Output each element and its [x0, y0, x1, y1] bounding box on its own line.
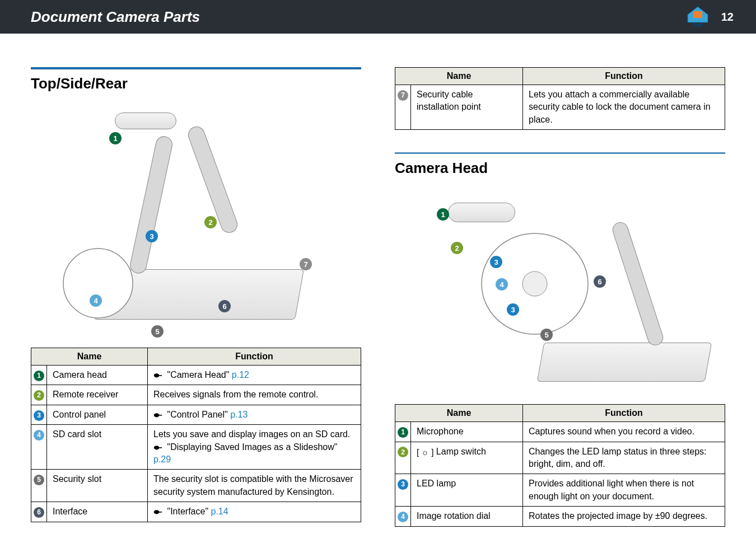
table-row: 4SD card slotLets you save and display i…: [31, 425, 361, 470]
diagram-callout-4: 4: [496, 278, 508, 291]
row-function-cell: Changes the LED lamp status in three ste…: [523, 442, 725, 474]
diagram-callout-6: 6: [594, 275, 606, 288]
row-name-cell: Interface: [47, 502, 148, 522]
row-function-cell: Lets you save and display images on an S…: [148, 425, 361, 470]
row-function-cell: Receives signals from the remote control…: [148, 385, 361, 405]
page-title: Document Camera Parts: [31, 8, 200, 26]
diagram-callout-2: 2: [451, 242, 463, 254]
diagram-callout-1: 1: [109, 132, 122, 144]
row-name-cell: Microphone: [411, 422, 523, 442]
th-function: Function: [523, 68, 725, 85]
diagram-camera-head: 1 2 3 4 3 5 6: [395, 186, 725, 393]
table-row: 2[ ☼ ] Lamp switchChanges the LED lamp s…: [395, 442, 725, 474]
section-heading-camera-head: Camera Head: [395, 160, 725, 177]
top-icon[interactable]: TOP: [685, 6, 710, 28]
row-function-cell: Captures sound when you record a video.: [523, 422, 725, 442]
table-row: 4Image rotation dialRotates the projecte…: [395, 507, 725, 526]
row-name-cell: Remote receiver: [47, 385, 148, 405]
row-name-cell: Security slot: [47, 470, 148, 502]
row-number-cell: 2: [395, 442, 411, 474]
diagram-callout-1: 1: [437, 208, 449, 221]
callout-badge: 2: [398, 447, 408, 457]
table-row: 3LED lampProvides additional light when …: [395, 474, 725, 507]
svg-point-4: [154, 373, 160, 377]
row-number-cell: 6: [31, 502, 47, 522]
diagram-callout-5: 5: [540, 329, 553, 341]
row-name-cell: Image rotation dial: [411, 507, 523, 526]
row-name-cell: LED lamp: [411, 474, 523, 507]
th-name: Name: [395, 405, 523, 422]
parts-table-right: Name Function 1MicrophoneCaptures sound …: [395, 404, 725, 526]
callout-badge: 6: [34, 507, 44, 518]
row-function-cell: Rotates the projected image by ±90 degre…: [523, 507, 725, 526]
row-function-cell: "Camera Head" p.12: [148, 366, 361, 385]
row-number-cell: 5: [31, 470, 47, 502]
diagram-top-side-rear: 1 2 3 4 5 6 7: [31, 101, 361, 336]
section-rule: [395, 152, 725, 154]
diagram-callout-3: 3: [146, 230, 158, 242]
page-link[interactable]: p.14: [208, 507, 228, 516]
callout-badge: 1: [34, 371, 44, 381]
row-number-cell: 3: [395, 474, 411, 507]
lamp-icon: [ ☼ ]: [417, 446, 433, 458]
row-function-cell: "Interface" p.14: [148, 502, 361, 522]
svg-point-5: [154, 413, 160, 417]
row-name-cell: Camera head: [47, 366, 148, 385]
diagram-callout-5: 5: [151, 325, 164, 338]
svg-point-7: [154, 510, 160, 514]
diagram-callout-4: 4: [90, 294, 102, 307]
table-row: 3Control panel "Control Panel" p.13: [31, 405, 361, 424]
th-name: Name: [31, 348, 148, 366]
table-row: 5Security slotThe security slot is compa…: [31, 470, 361, 502]
table-row: 1MicrophoneCaptures sound when you recor…: [395, 422, 725, 442]
callout-badge: 5: [34, 475, 44, 485]
svg-rect-1: [693, 11, 702, 18]
svg-point-9: [522, 271, 547, 296]
diagram-callout-7: 7: [300, 258, 312, 270]
row-function-cell: Provides additional light when there is …: [523, 474, 725, 507]
table-row: 2Remote receiverReceives signals from th…: [31, 385, 361, 405]
row-function-cell: The security slot is compatible with the…: [148, 470, 361, 502]
row-name-cell: SD card slot: [47, 425, 148, 470]
table-row: 7Security cable installation pointLets y…: [395, 85, 725, 130]
callout-badge: 3: [398, 479, 408, 490]
diagram-callout-6: 6: [218, 300, 231, 312]
diagram-callout-2: 2: [204, 216, 217, 228]
row-function-cell: Lets you attach a commercially available…: [523, 85, 725, 130]
row-name-cell: [ ☼ ] Lamp switch: [411, 442, 523, 474]
diagram-callout-3b: 3: [507, 303, 519, 316]
row-number-cell: 1: [395, 422, 411, 442]
row-number-cell: 4: [395, 507, 411, 526]
th-function: Function: [148, 348, 361, 366]
callout-badge: 3: [34, 410, 44, 421]
parts-table-right-top: Name Function 7Security cable installati…: [395, 67, 725, 130]
header-right: TOP 12: [685, 6, 734, 28]
page-header: Document Camera Parts TOP 12: [0, 0, 756, 34]
page-link[interactable]: p.13: [228, 410, 248, 419]
parts-table-left: Name Function 1Camera head "Camera Head"…: [31, 348, 361, 522]
callout-badge: 2: [34, 390, 44, 401]
left-column: Top/Side/Rear 1 2 3 4 5 6 7 Name Functio: [31, 67, 361, 527]
th-function: Function: [523, 405, 725, 422]
th-name: Name: [395, 68, 523, 85]
svg-point-3: [63, 249, 133, 318]
row-number-cell: 7: [395, 85, 411, 130]
callout-badge: 1: [398, 427, 408, 438]
callout-badge: 4: [34, 430, 44, 441]
row-number-cell: 4: [31, 425, 47, 470]
content-area: Top/Side/Rear 1 2 3 4 5 6 7 Name Functio: [0, 34, 756, 527]
svg-point-6: [154, 446, 160, 449]
section-rule: [31, 67, 361, 69]
page-number: 12: [721, 11, 734, 24]
row-number-cell: 1: [31, 366, 47, 385]
svg-text:TOP: TOP: [693, 22, 703, 28]
row-number-cell: 3: [31, 405, 47, 424]
callout-badge: 4: [398, 512, 408, 522]
diagram-callout-3: 3: [490, 256, 502, 268]
row-number-cell: 2: [31, 385, 47, 405]
page-link[interactable]: p.29: [153, 455, 171, 464]
table-row: 6Interface "Interface" p.14: [31, 502, 361, 522]
row-function-cell: "Control Panel" p.13: [148, 405, 361, 424]
callout-badge: 7: [398, 90, 408, 101]
page-link[interactable]: p.12: [229, 370, 249, 380]
